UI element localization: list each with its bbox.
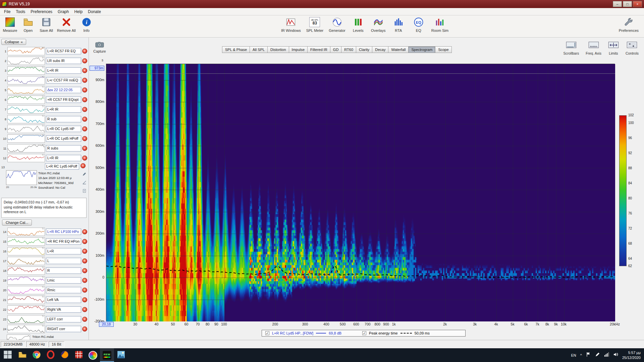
measurement-name-field[interactable]: L+R RC Lyd5 HPoff (45, 163, 79, 170)
tab-waterfall[interactable]: Waterfall (388, 46, 409, 53)
measurement-row[interactable]: 19TrLmic× (1, 276, 87, 285)
measurement-row[interactable]: 18TrR× (1, 266, 87, 276)
measurement-name-field[interactable]: RIGHT corr (46, 326, 81, 332)
measurement-row[interactable]: 22TrRight VA× (1, 305, 87, 314)
measurement-row[interactable]: 8TrR sub× (1, 114, 87, 124)
measurement-row[interactable]: 12TrL+R IR× (1, 153, 87, 163)
explorer-taskbar-button[interactable] (15, 348, 30, 362)
palette-taskbar-button[interactable] (86, 348, 100, 362)
grid-taskbar-button[interactable] (72, 348, 86, 362)
tab-spectrogram[interactable]: Spectrogram (408, 46, 435, 53)
maximize-button[interactable]: □ (623, 1, 632, 7)
delete-measurement-button[interactable]: × (82, 78, 87, 83)
delete-measurement-button[interactable]: × (82, 117, 87, 122)
series-checkbox[interactable]: ✓ (265, 331, 269, 335)
save-button[interactable]: Save All (39, 17, 54, 33)
tab-decay[interactable]: Decay (372, 46, 388, 53)
measurement-row[interactable]: 2TrLR subs IR× (1, 56, 87, 66)
measurement-row[interactable]: 14TrL+R RC LP100 HPo× (1, 227, 87, 237)
tray-chevron-icon[interactable]: ^ (580, 353, 582, 357)
measurement-row[interactable]: 15Tr+R RC FR EQ HPon× (1, 237, 87, 246)
chrome-taskbar-button[interactable] (30, 348, 44, 362)
pen-icon[interactable] (595, 352, 600, 358)
delete-measurement-button[interactable]: × (82, 136, 87, 141)
close-button[interactable]: × (633, 1, 642, 7)
delete-measurement-button[interactable]: × (82, 107, 87, 112)
rta-button[interactable]: RTA (391, 17, 406, 33)
measurement-row[interactable]: 7TrL+R IR× (1, 105, 87, 114)
limits-button[interactable]: Limits (608, 42, 619, 55)
rew-taskbar-button[interactable]: REW (100, 348, 114, 362)
scrollbars-button[interactable]: Scrollbars (564, 42, 579, 55)
measurement-row[interactable]: 4TrL+r CC57 FR noEQ× (1, 75, 87, 85)
measurement-row[interactable]: 3TrL+R IR× (1, 66, 87, 75)
delete-measurement-button[interactable]: × (82, 229, 87, 234)
menu-item-graph[interactable]: Graph (55, 9, 71, 15)
delete-measurement-button[interactable]: × (82, 156, 87, 161)
measurement-name-field[interactable]: +R RC FR EQ HPon (46, 238, 81, 245)
measurement-row[interactable]: 23TrLEFT corr× (1, 314, 87, 324)
collapse-button[interactable]: Collapse « (1, 39, 26, 45)
measurement-name-field[interactable]: R sub (46, 116, 81, 122)
measurement-row[interactable]: 5TrΔεκ 22 12:22:05× (1, 85, 87, 95)
language-indicator[interactable]: EN (571, 353, 576, 357)
measurement-name-field[interactable]: LEFT corr (46, 316, 81, 322)
measurement-name-field[interactable]: Lmic (46, 277, 81, 284)
measurement-name-field[interactable]: R (46, 267, 81, 274)
delete-measurement-button[interactable]: × (82, 326, 87, 331)
open-button[interactable]: Open (21, 17, 36, 33)
measurement-name-field[interactable]: L+R OC Lyd5 HPoff (46, 135, 81, 142)
measurement-row[interactable]: 1TrL+R RC57 FR EQ× (1, 46, 87, 56)
tab-scope[interactable]: Scope (435, 46, 451, 53)
menu-item-help[interactable]: Help (71, 9, 85, 15)
delete-measurement-button[interactable]: × (82, 126, 87, 131)
levels-button[interactable]: Levels (351, 17, 366, 33)
delete-measurement-button[interactable]: × (82, 317, 87, 322)
measurement-row[interactable]: 17TrL× (1, 256, 87, 266)
measurement-name-field[interactable]: L+R OC Lyd5 HP (46, 126, 81, 132)
measurement-name-field[interactable]: L+R RC LP100 HPo (46, 229, 81, 235)
spectrogram-canvas[interactable] (106, 64, 615, 321)
measure-button[interactable]: Measure (3, 17, 17, 33)
measurement-row[interactable]: 24TrRIGHT corr× (1, 324, 87, 334)
delete-measurement-button[interactable]: × (82, 307, 87, 312)
delete-measurement-button[interactable]: × (82, 97, 87, 102)
selected-measurement-thumbnail[interactable] (6, 170, 37, 185)
measurement-row[interactable]: 21TrLeft VA× (1, 295, 87, 305)
tab-distortion[interactable]: Distortion (267, 46, 289, 53)
measurement-name-field[interactable]: +R CC57 FR EQopt (46, 97, 81, 103)
delete-measurement-button[interactable]: × (80, 163, 86, 168)
measurement-name-field[interactable]: L+R IR (46, 155, 81, 161)
delete-measurement-button[interactable]: × (82, 288, 87, 293)
tab-filtered-ir[interactable]: Filtered IR (307, 46, 330, 53)
opera-taskbar-button[interactable] (44, 348, 58, 362)
measurement-name-field[interactable]: LR subs IR (46, 58, 81, 64)
delete-measurement-button[interactable]: × (82, 68, 87, 73)
controls-button[interactable]: Controls (626, 42, 639, 55)
eq-button[interactable]: EQEQ (411, 17, 426, 33)
tab-clarity[interactable]: Clarity (356, 46, 372, 53)
delete-measurement-button[interactable]: × (82, 87, 87, 93)
peak-checkbox[interactable]: ✓ (362, 331, 366, 335)
menu-item-donate[interactable]: Donate (85, 9, 104, 15)
measurement-name-field[interactable]: L+R IR (46, 106, 81, 113)
splmeter-button[interactable]: dB SPL83SPL Meter (306, 17, 324, 33)
delete-measurement-button[interactable]: × (82, 58, 87, 63)
measurement-name-field[interactable]: Rmic (46, 287, 81, 293)
measurement-name-field[interactable]: L+R (46, 248, 81, 254)
delete-measurement-button[interactable]: × (82, 249, 87, 254)
measurement-name-field[interactable]: R subs (46, 145, 81, 152)
measurement-name-field[interactable]: L+R IR (46, 67, 81, 74)
measurement-name-field[interactable]: Right VA (46, 306, 81, 313)
change-cal-button[interactable]: Change Cal... (2, 220, 32, 226)
delete-measurement-button[interactable]: × (82, 268, 87, 273)
delete-measurement-button[interactable]: × (82, 278, 87, 283)
measurement-row[interactable]: 20TrRmic× (1, 285, 87, 295)
measurement-name-field[interactable]: L+R RC57 FR EQ (46, 48, 81, 54)
wrench-button[interactable]: Preferences (619, 17, 639, 33)
delete-measurement-button[interactable]: × (82, 258, 87, 263)
notes-doc-icon[interactable] (82, 188, 87, 194)
menu-item-tools[interactable]: Tools (13, 9, 28, 15)
edit-notes-icon[interactable] (82, 172, 87, 178)
taskbar-clock[interactable]: 5:57 μμ 25/12/2020 (622, 350, 641, 360)
